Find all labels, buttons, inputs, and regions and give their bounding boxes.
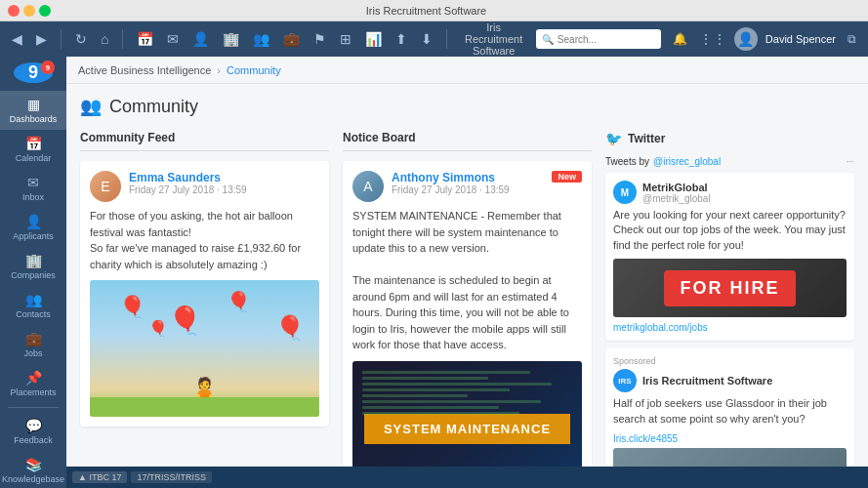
community-icon: 👥 [80,96,102,117]
balloon-4: 🎈 [275,314,305,342]
breadcrumb-parent[interactable]: Active Business Intelligence [78,64,211,76]
tweet-1-image: FOR HIRE [613,259,847,317]
tweet-2-text: Half of job seekers use Glassdoor in the… [613,396,847,427]
grid-dots-icon[interactable]: ⋮⋮ [699,31,726,47]
office-scene: 🏢 [613,448,847,467]
sidebar-item-feedback[interactable]: 💬 Feedback [0,412,66,451]
person-icon[interactable]: 👤 [188,29,213,49]
balloon-3: 🎈 [227,290,251,313]
post-author[interactable]: Emma Saunders [129,171,319,184]
close-button[interactable] [8,5,20,17]
tweet-1-header: M MetrikGlobal @metrik_global [613,181,847,204]
nav-back-icon[interactable]: ◀ [8,29,26,49]
tweet-2-image: 🏢 [613,448,847,467]
tweet-2-link[interactable]: Iris.click/e4855 [613,433,678,444]
app-logo[interactable]: 9 9 [14,62,53,83]
twitter-header: 🐦 Twitter [605,131,854,146]
top-bar-right: 🔍 🔔 ⋮⋮ 👤 David Spencer ⧉ [536,27,860,51]
calendar-icon[interactable]: 📅 [133,29,157,49]
sidebar-item-contacts[interactable]: 👥 Contacts [0,286,66,325]
tweet-1-avatar: M [613,181,637,204]
search-box[interactable]: 🔍 [536,29,661,49]
sidebar-item-placements[interactable]: 📌 Placements [0,364,66,403]
knowledge-icon: 📚 [25,457,42,472]
sidebar-item-applicants[interactable]: 👤 Applicants [0,208,66,247]
twitter-options[interactable]: ··· [847,156,854,167]
sidebar-item-companies[interactable]: 🏢 Companies [0,247,66,286]
home-icon[interactable]: ⌂ [97,29,112,49]
user-avatar[interactable]: 👤 [734,27,758,51]
new-badge: New [552,171,582,183]
balloon-scene: 🎈 🎈 🎈 🎈 🎈 🎈 🧍 [90,280,319,417]
sidebar-item-inbox[interactable]: ✉ Inbox [0,169,66,208]
chart-icon[interactable]: 📊 [361,29,386,49]
contacts-icon[interactable]: 👥 [249,29,273,49]
tweet-2: Sponsored IRS Iris Recruitment Software … [605,348,854,467]
refresh-icon[interactable]: ↻ [71,29,91,49]
tweet-1-meta: MetrikGlobal @metrik_global [642,182,711,204]
tweet-1-name[interactable]: MetrikGlobal [642,182,711,193]
taskbar: ▲ ITBC 17 17/TRISS/ITRISS [66,467,868,488]
twitter-icon: 🐦 [605,131,622,146]
sidebar-item-label: Contacts [16,309,51,319]
minimize-button[interactable] [23,5,35,17]
tweet-2-name[interactable]: Iris Recruitment Software [642,375,772,386]
applicant-icon: 👤 [25,214,42,229]
anthony-author[interactable]: Anthony Simmons [392,171,544,184]
forhire-sign: FOR HIRE [664,270,795,306]
twitter-col: 🐦 Twitter Tweets by @irisrec_global ··· … [605,131,854,451]
sidebar: 9 9 ▦ Dashboards 📅 Calendar ✉ Inbox 👤 Ap… [0,57,66,488]
post-image-balloon: 🎈 🎈 🎈 🎈 🎈 🎈 🧍 [90,280,319,417]
search-input[interactable] [558,34,655,45]
sidebar-bottom: 💬 Feedback 📚 Knowledgebase [0,403,66,488]
app-title: Iris Recruitment Software [457,21,529,57]
community-feed-col: Community Feed E Emma Saunders Friday 27… [80,131,329,451]
search-icon: 🔍 [542,34,554,45]
taskbar-item-1[interactable]: ▲ ITBC 17 [72,471,127,483]
balloon-2: 🎈 [168,305,202,337]
maintenance-label: SYSTEM MAINTENANCE [364,414,570,444]
tweet-1-text: Are you looking for your next career opp… [613,208,847,253]
inbox-icon: ✉ [27,175,39,190]
tweets-by: Tweets by @irisrec_global ··· [605,156,854,167]
maintenance-image: SYSTEM MAINTENANCE [352,361,582,468]
main-content: Active Business Intelligence › Community… [66,57,868,488]
post-header-anthony: A Anthony Simmons Friday 27 July 2018 · … [352,171,582,202]
tweets-by-text: Tweets by [605,156,649,167]
window-restore-icon[interactable]: ⧉ [844,30,860,48]
anthony-date: Friday 27 July 2018 · 13:59 [392,184,544,195]
forhire-text: FOR HIRE [680,278,779,298]
code-lines [362,371,572,418]
tweet-1-link[interactable]: metrikglobal.com/jobs [613,322,708,333]
sidebar-item-knowledgebase[interactable]: 📚 Knowledgebase [0,451,66,488]
flag-icon[interactable]: ⚑ [310,29,330,49]
briefcase-icon[interactable]: 💼 [279,29,304,49]
tweet-2-avatar: IRS [613,369,637,392]
sidebar-item-dashboards[interactable]: ▦ Dashboards [0,91,66,130]
sidebar-item-label: Placements [10,387,56,397]
community-columns: Community Feed E Emma Saunders Friday 27… [80,131,854,451]
upload-icon[interactable]: ⬆ [392,29,411,49]
sidebar-item-label: Applicants [13,231,54,241]
notification-badge: 9 [41,61,55,74]
envelope-icon[interactable]: ✉ [163,29,183,49]
sidebar-item-label: Jobs [23,348,42,358]
window-controls[interactable] [8,5,51,17]
top-bar: ◀ ▶ ↻ ⌂ 📅 ✉ 👤 🏢 👥 💼 ⚑ ⊞ 📊 ⬆ ⬇ Iris Recru… [0,21,868,57]
sidebar-item-calendar[interactable]: 📅 Calendar [0,130,66,169]
tweet-1: M MetrikGlobal @metrik_global Are you lo… [605,173,854,341]
post-emma: E Emma Saunders Friday 27 July 2018 · 13… [80,161,329,427]
maximize-button[interactable] [39,5,51,17]
title-bar: Iris Recruitment Software [0,0,868,21]
building-icon[interactable]: 🏢 [219,29,243,49]
tweet-1-handle: @metrik_global [642,193,711,204]
twitter-handle[interactable]: @irisrec_global [653,156,721,167]
bell-icon[interactable]: 🔔 [669,30,691,48]
taskbar-item-2[interactable]: 17/TRISS/ITRISS [131,471,212,483]
download-icon[interactable]: ⬇ [417,29,436,49]
sidebar-item-jobs[interactable]: 💼 Jobs [0,325,66,364]
sidebar-divider [8,407,59,408]
grid2-icon[interactable]: ⊞ [336,29,355,49]
nav-forward-icon[interactable]: ▶ [32,29,51,49]
sidebar-item-label: Calendar [16,153,52,163]
